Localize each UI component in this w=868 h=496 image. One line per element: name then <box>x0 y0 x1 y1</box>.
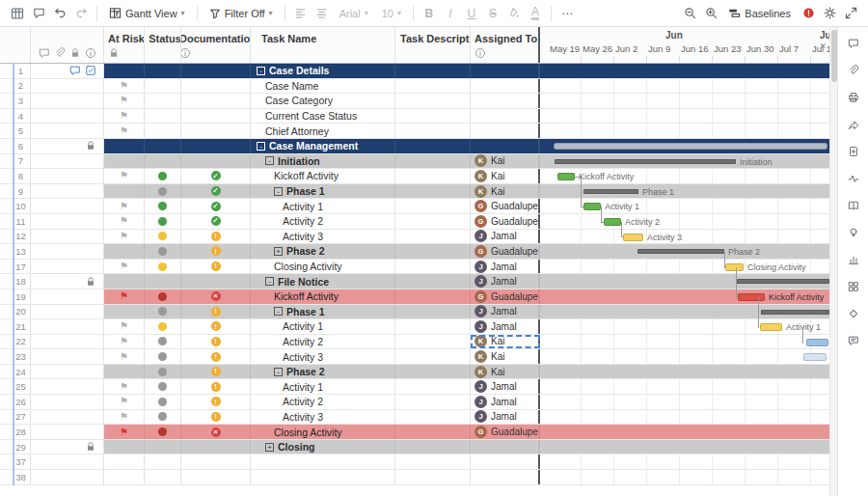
at-risk-cell[interactable]: ⚑ <box>104 410 145 425</box>
row-number[interactable]: 7 <box>12 154 31 169</box>
book-icon[interactable] <box>845 197 862 214</box>
assigned-to-cell[interactable]: KKai <box>471 365 540 379</box>
at-risk-flag-icon[interactable]: ⚑ <box>120 216 128 226</box>
documentation-cell[interactable]: ✓ <box>181 199 251 213</box>
italic-button[interactable]: I <box>441 4 460 23</box>
task-description-cell[interactable] <box>395 455 471 469</box>
gantt-cell[interactable] <box>540 94 829 108</box>
row-number[interactable]: 8 <box>12 169 31 183</box>
at-risk-cell[interactable] <box>104 305 145 319</box>
at-risk-flag-icon[interactable]: ⚑ <box>120 96 128 105</box>
assigned-to-cell[interactable]: GGuadalupe <box>471 289 540 304</box>
documentation-cell[interactable] <box>181 94 251 108</box>
documentation-cell[interactable]: ! <box>181 410 251 425</box>
documentation-cell[interactable]: × <box>181 289 251 304</box>
task-description-cell[interactable] <box>395 335 471 349</box>
request-icon[interactable] <box>845 143 862 160</box>
assigned-to-cell[interactable]: JJamal <box>471 305 540 319</box>
gantt-cell[interactable] <box>540 109 829 124</box>
row-number[interactable]: 29 <box>12 440 31 455</box>
task-description-cell[interactable] <box>395 139 471 153</box>
timeline-header[interactable]: ✕ JunJulMay 19May 26Jun 2Jun 9Jun 16Jun … <box>540 27 829 63</box>
row-number[interactable]: 20 <box>12 305 31 319</box>
at-risk-cell[interactable] <box>104 470 145 484</box>
gantt-cell[interactable] <box>540 139 829 153</box>
documentation-cell[interactable]: ! <box>181 244 251 259</box>
task-name-cell[interactable]: Activity 3 <box>251 230 395 244</box>
at-risk-cell[interactable]: ⚑ <box>104 289 145 304</box>
at-risk-cell[interactable]: ⚑ <box>104 79 145 94</box>
documentation-cell[interactable] <box>181 470 251 484</box>
task-description-cell[interactable] <box>395 349 471 364</box>
task-name-cell[interactable]: Case Name <box>251 79 395 94</box>
task-name-cell[interactable] <box>251 470 395 484</box>
row-number[interactable]: 27 <box>12 410 31 425</box>
documentation-cell[interactable] <box>181 124 251 138</box>
assigned-to-cell[interactable]: JJamal <box>471 319 540 334</box>
more-options-button[interactable]: ⋯ <box>557 4 577 23</box>
at-risk-cell[interactable]: ⚑ <box>104 335 145 349</box>
assigned-to-cell[interactable]: JJamal <box>471 395 540 409</box>
assigned-to-cell[interactable] <box>471 139 540 153</box>
row-number[interactable]: 19 <box>12 289 31 304</box>
task-description-cell[interactable] <box>395 109 471 124</box>
assigned-to-cell[interactable]: JJamal <box>471 274 540 289</box>
align-center-button[interactable] <box>312 4 332 23</box>
gantt-bar[interactable] <box>557 173 575 180</box>
gantt-cell[interactable] <box>540 349 829 364</box>
fill-color-button[interactable] <box>504 4 524 23</box>
assigned-to-cell[interactable] <box>471 79 540 94</box>
task-description-cell[interactable] <box>395 305 471 319</box>
row-number[interactable]: 10 <box>12 199 31 213</box>
task-name-cell[interactable]: Activity 2 <box>251 335 395 349</box>
task-name-cell[interactable]: Chief Attorney <box>251 124 395 138</box>
task-description-cell[interactable] <box>395 184 471 199</box>
conversations-icon[interactable] <box>845 35 862 52</box>
status-cell[interactable] <box>145 109 181 124</box>
row-number[interactable]: 9 <box>12 184 31 199</box>
assigned-to-cell[interactable]: KKai <box>471 154 540 169</box>
settings-button[interactable] <box>820 4 839 23</box>
at-risk-cell[interactable]: ⚑ <box>104 349 145 364</box>
at-risk-cell[interactable]: ⚑ <box>104 94 145 108</box>
at-risk-cell[interactable] <box>104 455 145 469</box>
gantt-cell[interactable] <box>540 79 829 94</box>
task-name-cell[interactable]: Activity 1 <box>251 319 395 334</box>
gantt-cell[interactable]: Phase 1 <box>540 184 829 199</box>
task-name-cell[interactable]: -File Notice <box>251 274 395 289</box>
documentation-cell[interactable]: ! <box>181 260 251 274</box>
chat-icon[interactable] <box>29 4 48 23</box>
baselines-button[interactable]: Baselines <box>722 4 797 23</box>
status-cell[interactable] <box>145 154 181 169</box>
status-cell[interactable] <box>145 199 181 213</box>
documentation-cell[interactable] <box>181 139 251 153</box>
at-risk-flag-icon[interactable]: ⚑ <box>120 412 128 422</box>
at-risk-cell[interactable] <box>104 139 145 153</box>
activity-icon[interactable] <box>845 170 862 187</box>
status-cell[interactable] <box>145 214 181 229</box>
status-cell[interactable] <box>145 365 181 379</box>
task-description-cell[interactable] <box>395 425 471 439</box>
row-number[interactable]: 37 <box>12 455 31 469</box>
row-number[interactable]: 25 <box>12 379 31 394</box>
gantt-cell[interactable]: Activity 1 <box>540 319 829 334</box>
bold-button[interactable]: B <box>420 4 439 23</box>
collapse-toggle[interactable]: - <box>257 142 265 151</box>
comment-icon[interactable] <box>68 65 81 77</box>
documentation-cell[interactable] <box>181 109 251 124</box>
assigned-to-cell[interactable]: GGuadalupe <box>471 244 540 259</box>
gantt-cell[interactable]: Activity 2 <box>540 214 829 229</box>
underline-button[interactable]: U <box>462 4 481 23</box>
gantt-cell[interactable]: Phase 2 <box>540 244 829 259</box>
assigned-to-cell[interactable] <box>471 470 540 484</box>
font-size-selector[interactable]: 10 ▾ <box>376 4 407 23</box>
at-risk-flag-icon[interactable]: ⚑ <box>120 397 128 406</box>
task-name-cell[interactable]: Kickoff Activity <box>251 289 395 304</box>
at-risk-cell[interactable]: ⚑ <box>104 124 145 138</box>
view-selector[interactable]: Gantt View ▾ <box>103 4 191 23</box>
gantt-bar[interactable] <box>583 203 601 210</box>
at-risk-flag-icon[interactable]: ⚑ <box>120 262 128 271</box>
at-risk-cell[interactable] <box>104 244 145 259</box>
documentation-cell[interactable]: ! <box>181 230 251 244</box>
documentation-cell[interactable] <box>181 455 251 469</box>
